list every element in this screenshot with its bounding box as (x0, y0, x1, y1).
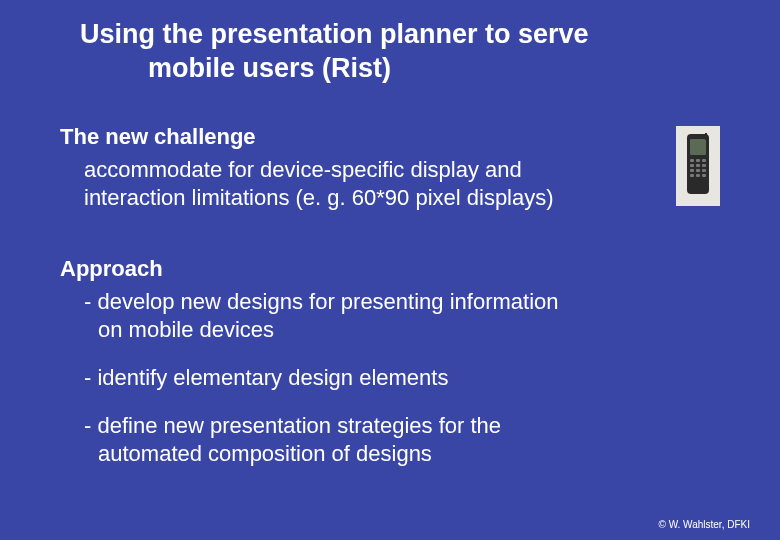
footer-credit: © W. Wahlster, DFKI (659, 519, 750, 530)
svg-rect-10 (702, 169, 706, 172)
svg-rect-8 (690, 169, 694, 172)
svg-rect-1 (690, 139, 706, 155)
bullet-line: - develop new designs for presenting inf… (84, 289, 559, 314)
approach-bullet-2: - identify elementary design elements (84, 364, 720, 392)
svg-rect-6 (696, 164, 700, 167)
approach-section: Approach - develop new designs for prese… (60, 256, 720, 469)
mobile-phone-icon (676, 126, 720, 206)
bullet-line: - identify elementary design elements (84, 365, 448, 390)
svg-rect-12 (696, 174, 700, 177)
svg-rect-2 (690, 159, 694, 162)
svg-rect-3 (696, 159, 700, 162)
challenge-section: The new challenge accommodate for device… (60, 124, 720, 212)
svg-rect-5 (690, 164, 694, 167)
approach-bullet-3: - define new presentation strategies for… (84, 412, 720, 468)
bullet-line-cont: automated composition of designs (84, 440, 720, 468)
approach-heading: Approach (60, 256, 720, 282)
challenge-body-line-1: accommodate for device-specific display … (84, 156, 580, 184)
approach-bullet-1: - develop new designs for presenting inf… (84, 288, 720, 344)
challenge-body: accommodate for device-specific display … (60, 156, 580, 212)
bullet-line-cont: on mobile devices (84, 316, 720, 344)
challenge-heading: The new challenge (60, 124, 666, 150)
slide-title: Using the presentation planner to serve … (80, 18, 720, 86)
slide: Using the presentation planner to serve … (0, 0, 780, 540)
svg-rect-9 (696, 169, 700, 172)
svg-rect-4 (702, 159, 706, 162)
challenge-body-line-2: interaction limitations (e. g. 60*90 pix… (84, 184, 580, 212)
approach-body: - develop new designs for presenting inf… (60, 288, 720, 469)
svg-rect-13 (702, 174, 706, 177)
title-line-1: Using the presentation planner to serve (80, 18, 720, 52)
svg-rect-11 (690, 174, 694, 177)
svg-rect-7 (702, 164, 706, 167)
title-line-2: mobile users (Rist) (80, 52, 720, 86)
svg-rect-14 (705, 133, 707, 140)
challenge-text: The new challenge accommodate for device… (60, 124, 666, 212)
bullet-line: - define new presentation strategies for… (84, 413, 501, 438)
